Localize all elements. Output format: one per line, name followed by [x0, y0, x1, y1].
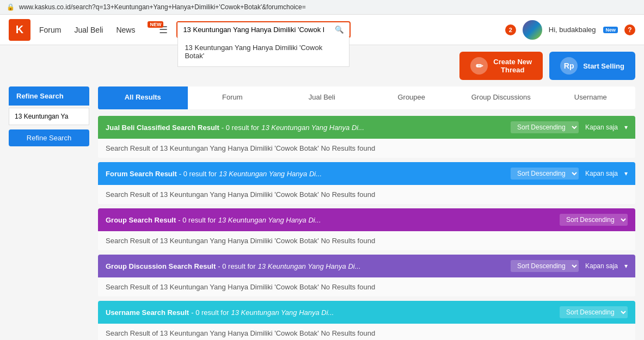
result-header-right-forum: Sort Descending Kapan saja ▾ — [511, 168, 628, 180]
result-title-jual-beli: Jual Beli Classified Search Result — [106, 123, 219, 132]
start-selling-button[interactable]: Rp Start Selling — [549, 52, 635, 80]
result-title-username: Username Search Result — [106, 308, 189, 317]
tab-username[interactable]: Username — [546, 86, 636, 109]
result-count-forum: - 0 result for — [179, 170, 217, 178]
help-button[interactable]: ? — [624, 24, 635, 35]
time-filter-jual-beli[interactable]: Kapan saja — [585, 123, 618, 131]
address-bar: 🔒 www.kaskus.co.id/search?q=13+Keuntunga… — [0, 0, 644, 15]
tabs: All Results Forum Jual Beli Groupee Grou… — [98, 86, 635, 109]
result-section-group: Group Search Result - 0 result for 13 Ke… — [98, 208, 635, 250]
sort-dropdown-forum[interactable]: Sort Descending — [511, 168, 579, 180]
result-body-username: Search Result of 13 Keuntungan Yang Hany… — [98, 324, 635, 340]
create-thread-button[interactable]: ✏ Create New Thread — [459, 52, 543, 80]
result-section-username: Username Search Result - 0 result for 13… — [98, 301, 635, 340]
result-section-group-discussion: Group Discussion Search Result - 0 resul… — [98, 255, 635, 296]
time-filter-group-discussion[interactable]: Kapan saja — [585, 262, 618, 270]
result-header-jual-beli: Jual Beli Classified Search Result - 0 r… — [98, 116, 635, 139]
start-selling-label: Start Selling — [583, 62, 624, 70]
result-header-left-username: Username Search Result - 0 result for 13… — [106, 308, 334, 317]
result-query-group-discussion: 13 Keuntungan Yang Hanya Di... — [258, 262, 361, 270]
result-header-group-discussion: Group Discussion Search Result - 0 resul… — [98, 255, 635, 277]
result-count-group-discussion: - 0 result for — [218, 262, 255, 270]
sort-dropdown-username[interactable]: Sort Descending — [560, 306, 628, 318]
sort-dropdown-jual-beli[interactable]: Sort Descending — [511, 121, 579, 133]
result-section-forum: Forum Search Result - 0 result for 13 Ke… — [98, 162, 635, 204]
result-query-jual-beli: 13 Keuntungan Yang Hanya Di... — [261, 123, 364, 132]
nav-news[interactable]: News NEW — [116, 26, 150, 34]
sort-dropdown-group-discussion[interactable]: Sort Descending — [511, 260, 579, 272]
nav-jual-beli[interactable]: Jual Beli — [74, 26, 103, 34]
search-dropdown: 13 Keuntungan Yang Hanya Dimiliki 'Cowok… — [177, 37, 349, 67]
username-greeting[interactable]: Hi, budakbaleg — [549, 26, 596, 34]
search-input[interactable] — [177, 22, 329, 37]
avatar[interactable] — [523, 20, 542, 40]
sidebar-search-input[interactable] — [9, 108, 89, 125]
result-header-left-jual-beli: Jual Beli Classified Search Result - 0 r… — [106, 123, 364, 132]
result-header-group: Group Search Result - 0 result for 13 Ke… — [98, 208, 635, 231]
sidebar-refine-button[interactable]: Refine Search — [9, 129, 89, 146]
result-header-right-group: Sort Descending — [560, 214, 628, 226]
result-header-forum: Forum Search Result - 0 result for 13 Ke… — [98, 162, 635, 185]
result-header-username: Username Search Result - 0 result for 13… — [98, 301, 635, 324]
nav-forum[interactable]: Forum — [39, 26, 61, 34]
tab-all-results[interactable]: All Results — [98, 86, 188, 109]
nav-links: Forum Jual Beli News NEW — [39, 26, 150, 34]
search-button[interactable]: 🔍 — [329, 22, 349, 37]
new-user-badge: New — [603, 27, 618, 33]
nav-right: 2 Hi, budakbaleg New ? — [505, 20, 635, 40]
lock-icon: 🔒 — [7, 3, 15, 11]
tab-groupee[interactable]: Groupee — [367, 86, 457, 109]
tab-jual-beli[interactable]: Jual Beli — [277, 86, 367, 109]
result-count-group: - 0 result for — [178, 216, 216, 224]
results-area: All Results Forum Jual Beli Groupee Grou… — [98, 86, 635, 340]
main-content: Refine Search Refine Search All Results … — [0, 86, 644, 340]
create-thread-icon: ✏ — [470, 57, 488, 75]
result-header-left-group-discussion: Group Discussion Search Result - 0 resul… — [106, 262, 361, 270]
result-header-left-group: Group Search Result - 0 result for 13 Ke… — [106, 216, 321, 224]
result-header-right-group-discussion: Sort Descending Kapan saja ▾ — [511, 260, 628, 272]
result-body-forum: Search Result of 13 Keuntungan Yang Hany… — [98, 185, 635, 204]
search-container: 🔍 13 Keuntungan Yang Hanya Dimiliki 'Cow… — [176, 21, 351, 38]
result-body-group-discussion: Search Result of 13 Keuntungan Yang Hany… — [98, 277, 635, 296]
result-query-username: 13 Keuntungan Yang Hanya Di... — [231, 308, 334, 317]
result-count-username: - 0 result for — [191, 308, 229, 317]
sidebar: Refine Search Refine Search — [9, 86, 89, 340]
result-header-left-forum: Forum Search Result - 0 result for 13 Ke… — [106, 170, 322, 178]
start-selling-icon: Rp — [560, 57, 578, 75]
top-nav: K Forum Jual Beli News NEW ☰ 🔍 13 Keuntu… — [0, 15, 644, 45]
result-section-jual-beli: Jual Beli Classified Search Result - 0 r… — [98, 116, 635, 158]
sort-dropdown-group[interactable]: Sort Descending — [560, 214, 628, 226]
search-suggestion[interactable]: 13 Keuntungan Yang Hanya Dimiliki 'Cowok… — [178, 39, 349, 64]
sidebar-title: Refine Search — [9, 86, 89, 106]
result-title-forum: Forum Search Result — [106, 170, 177, 178]
create-thread-label: Create New Thread — [493, 58, 532, 74]
url-text: www.kaskus.co.id/search?q=13+Keuntungan+… — [19, 3, 306, 11]
result-header-right-username: Sort Descending — [560, 306, 628, 318]
logo[interactable]: K — [9, 19, 30, 41]
tab-group-discussions[interactable]: Group Discussions — [456, 86, 546, 109]
notification-badge[interactable]: 2 — [505, 24, 516, 35]
result-query-group: 13 Keuntungan Yang Hanya Di... — [218, 216, 321, 224]
result-body-jual-beli: Search Result of 13 Keuntungan Yang Hany… — [98, 139, 635, 158]
news-badge: NEW — [148, 21, 163, 28]
time-arrow-jual-beli: ▾ — [624, 123, 628, 131]
result-body-group: Search Result of 13 Keuntungan Yang Hany… — [98, 231, 635, 250]
result-header-right-jual-beli: Sort Descending Kapan saja ▾ — [511, 121, 628, 133]
result-title-group-discussion: Group Discussion Search Result — [106, 262, 216, 270]
time-filter-forum[interactable]: Kapan saja — [585, 170, 618, 177]
result-title-group: Group Search Result — [106, 216, 176, 224]
time-arrow-forum: ▾ — [624, 170, 628, 177]
time-arrow-group-discussion: ▾ — [624, 262, 628, 270]
result-query-forum: 13 Keuntungan Yang Hanya Di... — [219, 170, 322, 178]
result-count-jual-beli: - 0 result for — [222, 123, 259, 132]
tab-forum[interactable]: Forum — [188, 86, 278, 109]
